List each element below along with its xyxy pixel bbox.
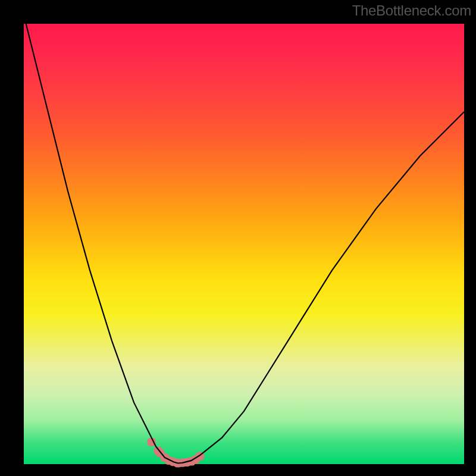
bottleneck-chart [24, 24, 464, 464]
bottleneck-curve [24, 15, 464, 463]
watermark-text: TheBottleneck.com [352, 2, 471, 19]
